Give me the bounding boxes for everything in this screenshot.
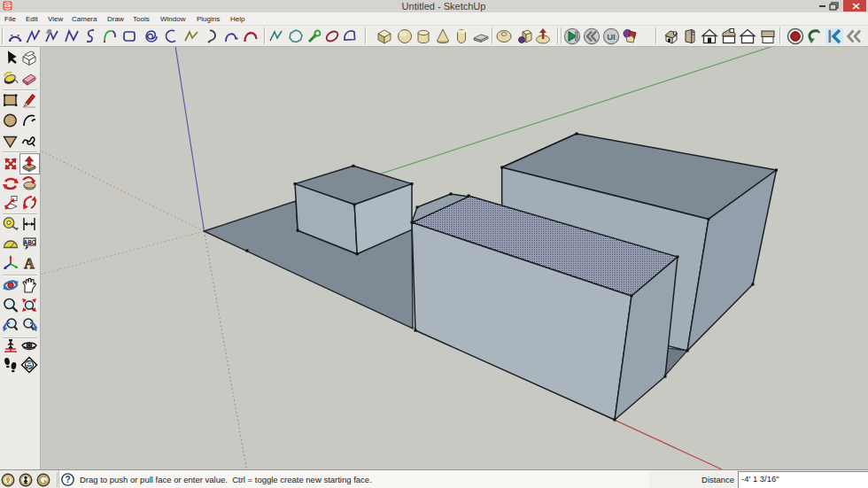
svg-text:ABC: ABC — [23, 239, 35, 245]
svg-text:A: A — [24, 256, 35, 271]
svg-text:PS: PS — [27, 364, 33, 369]
svg-text:UI: UI — [607, 32, 616, 42]
svg-text:?: ? — [65, 475, 70, 484]
